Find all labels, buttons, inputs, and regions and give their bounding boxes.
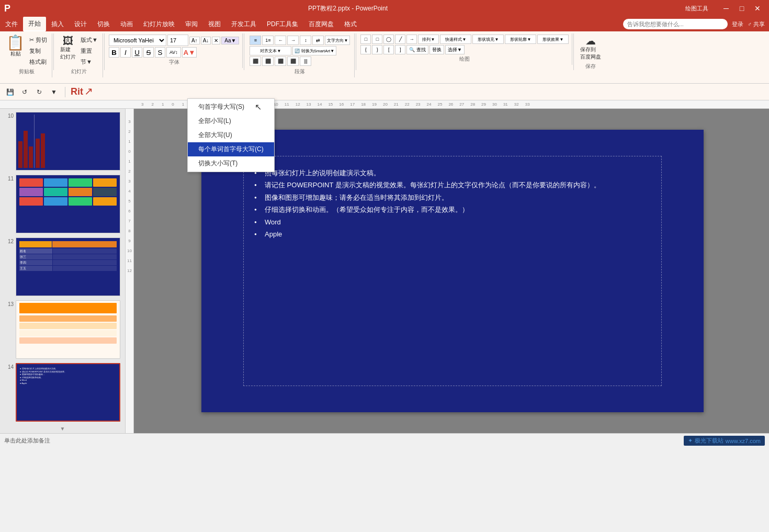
spacing-btn[interactable]: AV↕ [166, 47, 181, 58]
dropdown-lowercase[interactable]: 全部小写(L) [188, 114, 274, 128]
strikethrough-btn[interactable]: S [143, 47, 154, 58]
slide-thumb-12[interactable]: 12 姓名 张三 李四 [2, 236, 123, 297]
shape-circle-btn[interactable]: ◯ [383, 35, 394, 44]
slide-panel[interactable]: 10 11 [0, 109, 126, 433]
underline-btn[interactable]: U [132, 47, 142, 58]
search-replace-btns: 🔍 查找 替换 选择▼ [406, 45, 464, 54]
copy-button[interactable]: 复制 [28, 46, 49, 56]
login-btn[interactable]: 登录 [732, 20, 743, 28]
bracket-close-btn[interactable]: ] [395, 45, 405, 54]
slide-thumb-14[interactable]: 14 ● 照每张幻灯片上的说明创建演示文稿。 ● 请记住 POWERPOINT … [2, 362, 123, 423]
layout-button[interactable]: 版式▼ [79, 35, 99, 45]
align-text-btn[interactable]: 对齐文本▼ [250, 46, 291, 55]
bracket-open-btn[interactable]: [ [383, 45, 394, 54]
menu-baidu[interactable]: 百度网盘 [303, 18, 339, 31]
replace-btn[interactable]: 替换 [429, 45, 444, 54]
thumb-13-content [16, 303, 120, 344]
shape-rect2-btn[interactable]: □ [372, 35, 382, 44]
slide-thumb-11[interactable]: 11 [2, 174, 123, 234]
align-left-btn[interactable]: ⬛ [250, 56, 261, 66]
reset-button[interactable]: 重置 [79, 46, 99, 56]
close-button[interactable]: ✕ [750, 3, 765, 14]
shadow-btn[interactable]: S [155, 47, 165, 58]
font-size-input[interactable] [167, 35, 188, 46]
quick-styles-btn[interactable]: 快速样式▼ [440, 35, 471, 44]
brace-open-btn[interactable]: { [360, 45, 371, 54]
shape-arrow-btn[interactable]: → [406, 35, 417, 44]
menu-slideshow[interactable]: 幻灯片放映 [138, 18, 180, 31]
font-clear-btn[interactable]: ✕ [212, 37, 220, 44]
font-color-btn[interactable]: A▼ [182, 47, 197, 58]
shape-rect-btn[interactable]: □ [360, 35, 371, 44]
list-number-btn[interactable]: 1≡ [262, 36, 274, 45]
font-name-select[interactable]: Microsoft YaHei [109, 35, 166, 46]
slide-content-box[interactable]: 照每张幻灯片上的说明创建演示文稿。 请记住 POWERPOINT 是演示文稿的视… [243, 156, 662, 386]
change-case-btn[interactable]: Aa▼ [221, 37, 239, 44]
menu-transition[interactable]: 切换 [92, 18, 115, 31]
paragraph-label: 段落 [295, 68, 305, 76]
paste-label: 粘贴 [10, 50, 21, 58]
dropdown-title-case[interactable]: 每个单词首字母大写(C) [188, 142, 274, 156]
undo-btn[interactable]: ↺ [19, 86, 30, 98]
format-paint-button[interactable]: 格式刷 [28, 56, 49, 67]
sep2 [104, 33, 105, 70]
dropdown-uppercase[interactable]: 全部大写(U) [188, 128, 274, 142]
notes-placeholder[interactable]: 单击此处添加备注 [4, 437, 50, 445]
section-button[interactable]: 节▼ [79, 56, 99, 67]
direction-btn[interactable]: ⇄ [312, 36, 324, 45]
customize-quick-btn[interactable]: ▼ [48, 86, 60, 98]
menu-animation[interactable]: 动画 [115, 18, 138, 31]
vertical-ruler: 3 2 1 0 1 2 3 4 5 6 7 8 9 10 11 12 [126, 109, 134, 433]
slide-thumb-13[interactable]: 13 [2, 299, 123, 360]
dropdown-sentence-case[interactable]: 句首字母大写(S) [188, 100, 274, 114]
menu-format[interactable]: 格式 [339, 18, 362, 31]
shape-line-btn[interactable]: ╱ [395, 35, 405, 44]
minimize-button[interactable]: ─ [719, 3, 733, 14]
align-center-btn[interactable]: ⬛ [262, 56, 274, 66]
restore-button[interactable]: □ [734, 3, 749, 14]
app-logo: P [4, 3, 10, 14]
menu-developer[interactable]: 开发工具 [226, 18, 262, 31]
menu-insert[interactable]: 插入 [46, 18, 69, 31]
cut-button[interactable]: ✂ 剪切 [28, 35, 49, 45]
italic-btn[interactable]: I [120, 47, 131, 58]
new-slide-button[interactable]: 🖼 新建 幻灯片 [58, 35, 78, 62]
brace-close-btn[interactable]: } [372, 45, 382, 54]
find-btn[interactable]: 🔍 查找 [406, 45, 428, 54]
slide-canvas[interactable]: 照每张幻灯片上的说明创建演示文稿。 请记住 POWERPOINT 是演示文稿的视… [201, 130, 704, 412]
paste-button[interactable]: 📋 粘贴 [4, 35, 27, 59]
indent-inc-btn[interactable]: → [287, 36, 299, 45]
arrange-btn[interactable]: 排列▼ [418, 35, 439, 44]
slide-thumb-10[interactable]: 10 [2, 111, 123, 172]
justify-btn[interactable]: ⬛ [287, 56, 299, 66]
redo-btn[interactable]: ↻ [33, 86, 45, 98]
menu-review[interactable]: 审阅 [180, 18, 203, 31]
shape-fill-btn[interactable]: 形状填充▼ [472, 35, 504, 44]
select-btn[interactable]: 选择▼ [445, 45, 465, 54]
share-btn[interactable]: ♂ 共享 [748, 20, 765, 28]
dropdown-toggle-case[interactable]: 切换大小写(T) [188, 156, 274, 171]
save-quick-btn[interactable]: 💾 [4, 86, 16, 98]
font-shrink-btn[interactable]: A↓ [201, 37, 211, 44]
search-input[interactable] [623, 19, 728, 29]
indent-dec-btn[interactable]: ← [275, 36, 286, 45]
menu-file[interactable]: 文件 [0, 18, 23, 31]
spacing-para-btn[interactable]: ↕ [300, 36, 311, 45]
save-baidu-btn[interactable]: ☁ 保存到 百度网盘 [578, 35, 603, 62]
shape-effect-btn[interactable]: 形状效果▼ [537, 35, 569, 44]
shape-outline-btn[interactable]: 形状轮廓▼ [505, 35, 536, 44]
text-direction-btn[interactable]: 文字方向▼ [325, 36, 350, 45]
menu-pdf[interactable]: PDF工具集 [262, 18, 303, 31]
menu-view[interactable]: 视图 [203, 18, 226, 31]
align-right-btn[interactable]: ⬛ [275, 56, 286, 66]
convert-smartart-btn[interactable]: 🔄 转换为SmartArt▼ [292, 46, 336, 55]
list-bullet-btn[interactable]: ≡ [250, 36, 261, 45]
clipboard-small-btns: ✂ 剪切 复制 格式刷 [28, 35, 49, 67]
font-grow-btn[interactable]: A↑ [189, 37, 200, 44]
save-label: 保存到 百度网盘 [580, 46, 601, 61]
menu-design[interactable]: 设计 [69, 18, 92, 31]
menu-home[interactable]: 开始 [23, 17, 46, 31]
horizontal-ruler: 3 2 1 0 1 2 3 4 5 6 7 8 9 10 11 12 13 14… [0, 100, 769, 109]
columns-btn[interactable]: ||| [300, 56, 311, 66]
bold-btn[interactable]: B [109, 47, 119, 58]
